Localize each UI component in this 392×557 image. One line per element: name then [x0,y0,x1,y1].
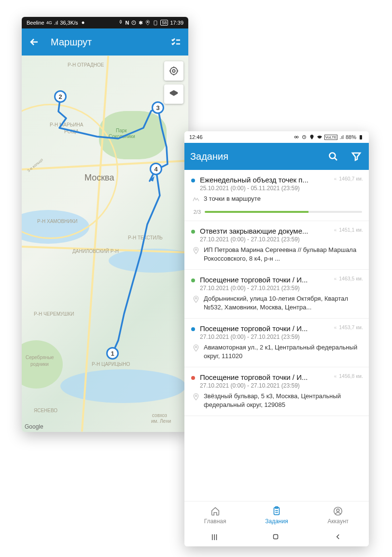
district-label: родники [30,362,49,367]
svg-point-5 [170,68,178,75]
svg-point-10 [330,153,336,159]
svg-rect-19 [273,535,278,539]
task-list[interactable]: 1460,7 км.Еженедельный объезд точек п...… [184,170,369,501]
svg-point-18 [337,509,340,512]
filter-button[interactable] [350,150,363,163]
location-icon [192,295,200,303]
location-icon [192,247,200,254]
district-label: Серебряные [26,355,54,360]
system-nav: III [184,529,369,546]
status-bar: 12:46 VoLTE .ıl 88% [184,131,369,143]
clipboard-icon [271,506,282,516]
task-item[interactable]: 1460,7 км.Еженедельный объезд точек п...… [184,170,369,221]
location-icon [192,393,200,401]
route-icon [192,195,200,203]
district-label: Р-Н ЧЕРЕМУШКИ [34,311,74,317]
sys-home[interactable] [271,532,280,543]
clock: 12:46 [189,134,203,140]
task-distance: 1453,7 км. [334,324,363,330]
battery-pct: 88% [346,134,356,140]
svg-rect-3 [154,21,157,25]
svg-point-7 [296,136,298,138]
task-distance: 1463,5 км. [334,276,363,281]
carrier-label: Beeline [27,20,44,26]
district-label: им. Лени [151,418,171,424]
status-dot [191,376,195,380]
district-label: Сокольники [109,134,135,139]
district-label: РОЩА [64,129,79,134]
checklist-button[interactable] [169,35,182,49]
battery-pct: 58 [160,20,168,26]
status-dot [191,179,195,182]
page-title: Маршрут [51,37,159,48]
bottom-nav: Главная Задания Аккаунт [184,501,369,529]
waypoint-3[interactable]: 3 [152,101,164,114]
status-dot [191,278,195,282]
route-summary: 3 точки в маршруте [204,195,261,203]
svg-point-14 [195,395,196,397]
nav-home[interactable]: Главная [184,501,246,529]
task-item[interactable]: 1456,8 км.Посещение торговой точки / И..… [184,367,369,416]
sys-back[interactable] [334,532,342,543]
page-title: Задания [190,151,317,162]
sys-recents[interactable]: III [211,533,217,542]
account-icon [333,506,343,516]
locate-button[interactable] [164,61,183,81]
city-label: Москва [84,173,114,183]
waypoint-2[interactable]: 2 [54,90,67,103]
district-label: Р-Н ХАМОВНИКИ [37,219,78,224]
task-dates: 27.10.2021 (0:00) - 27.10.2021 (23:59) [200,236,362,243]
nav-account[interactable]: Аккаунт [308,501,369,529]
layers-button[interactable] [164,84,183,104]
svg-point-12 [195,297,196,299]
task-address: Авиамоторная ул., 2 к1, Центральный феде… [204,343,362,360]
task-distance: 1451,1 км. [334,227,363,233]
nav-tasks[interactable]: Задания [246,501,307,529]
task-item[interactable]: 1463,5 км.Посещение торговой точки / И..… [184,270,369,319]
status-dot [191,327,195,331]
clock: 17:39 [170,20,183,26]
district-label: Р-Н ТЕКСТИЛЬ [128,235,163,240]
svg-point-4 [172,70,175,72]
progress-fraction: 2/3 [191,209,201,215]
task-dates: 25.10.2021 (0:00) - 05.11.2021 (23:59) [200,185,362,192]
search-button[interactable] [326,150,340,163]
phone-route: Beeline 4G .ıl 36,3K/s N ✱ 58 17:39 Марш… [22,17,188,432]
task-distance: 1460,7 км. [334,176,363,181]
svg-rect-9 [360,135,362,139]
task-item[interactable]: 1451,1 км.Отвезти закрывающие докуме...2… [184,221,369,270]
netspeed-label: 36,3K/s [60,20,78,26]
district-label: ДАНИЛОВСКИЙ Р-Н [72,249,119,254]
svg-point-0 [82,22,84,24]
svg-point-2 [147,21,149,23]
task-address: ИП Петрова Марина Сергеевна // бульвар М… [204,246,362,263]
task-item[interactable]: 1453,7 км.Посещение торговой точки / И..… [184,319,369,367]
task-address: Звёздный бульвар, 5 к3, Москва, Централь… [204,392,362,409]
district-label: Парк [116,128,127,133]
task-dates: 27.10.2021 (0:00) - 27.10.2021 (23:59) [200,285,362,292]
google-attribution: Google [25,423,43,430]
progress-bar [205,211,362,213]
location-icon [192,344,200,352]
svg-point-13 [195,347,196,348]
home-icon [210,506,221,516]
phone-tasks: 12:46 VoLTE .ıl 88% Задания 1460,7 км.Еж… [184,131,369,546]
task-dates: 27.10.2021 (0:00) - 27.10.2021 (23:59) [200,334,362,340]
waypoint-4[interactable]: 4 [150,163,162,175]
district-label: ЯСЕНЕВО [34,408,57,413]
district-label: совхоз [152,413,167,418]
back-button[interactable] [28,35,41,49]
district-label: Р-Н ОТРАДНОЕ [68,62,104,68]
status-bar: Beeline 4G .ıl 36,3K/s N ✱ 58 17:39 [22,17,188,28]
svg-point-11 [195,249,196,250]
status-dot [191,230,195,234]
task-dates: 27.10.2021 (0:00) - 27.10.2021 (23:59) [200,382,362,389]
map[interactable]: Р-Н ОТРАДНОЕР-Н МАРЬИНАРОЩАПаркСокольник… [22,56,188,432]
app-bar: Задания [184,143,369,170]
task-address: Добрынинский, улица 10-летия Октября, Кв… [204,294,362,311]
district-label: Р-Н МАРЬИНА [50,122,83,127]
waypoint-1[interactable]: 1 [106,347,119,360]
task-distance: 1456,8 км. [334,373,363,379]
svg-point-6 [294,136,296,138]
district-label: Р-Н ЦАРИЦЫНО [92,362,130,367]
